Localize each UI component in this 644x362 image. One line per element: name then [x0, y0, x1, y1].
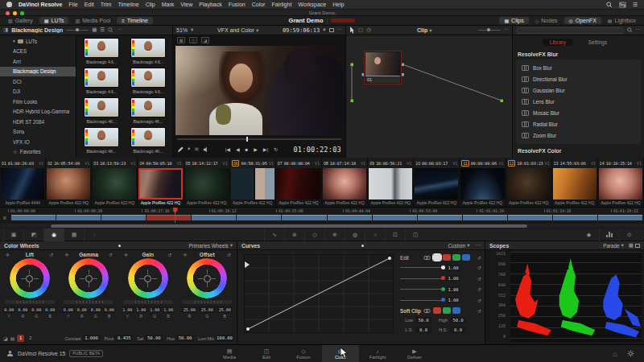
lut-tree-item[interactable]: ▾ ☆ Sony — [0, 127, 76, 138]
panel-drag-dot[interactable] — [118, 245, 121, 247]
lut-tree-item[interactable]: ▾ ☆ DCI — [0, 76, 76, 87]
lut-tree-item[interactable]: ▾ ☆ Favorites — [0, 147, 76, 158]
palette-icon[interactable]: ∿ — [264, 228, 284, 241]
track-segment[interactable] — [192, 215, 236, 220]
curves-mode-select[interactable]: Custom▾··· — [448, 243, 481, 249]
wheel-value[interactable]: 1.00 — [149, 306, 161, 313]
toolbar-toggle-button[interactable]: ▦LUTs — [39, 17, 69, 24]
palette-icon[interactable]: ○ — [365, 228, 385, 241]
openfx-tab[interactable]: Settings — [581, 39, 615, 46]
track-segment[interactable] — [463, 215, 507, 220]
cache-clock-icon[interactable]: ◷ — [366, 27, 371, 33]
palette-icon[interactable]: ◫ — [405, 228, 425, 241]
timeline-clip[interactable]: 09 18:00:56:21 V1 Apple ProRes 422 HQ — [368, 158, 414, 207]
palette-icon[interactable]: ◇ — [304, 228, 324, 241]
search-icon[interactable] — [627, 27, 633, 33]
param-value[interactable]: 0.435 — [115, 335, 133, 342]
image-wipe-icon[interactable]: ▦ — [177, 37, 185, 43]
lut-thumbnail-item[interactable]: Blackmagic 4.6... — [78, 38, 125, 68]
split-screen-icon[interactable]: ◫ — [189, 37, 197, 43]
menu-item[interactable]: Fairlight — [271, 2, 291, 7]
param-value[interactable]: 0.0 — [450, 327, 466, 333]
data-burn-icon[interactable]: ◆ — [579, 228, 599, 241]
timeline-clip[interactable]: 13 14:55:03:06 V1 Apple ProRes 422 HQ — [552, 158, 598, 207]
grid-view-icon[interactable]: ▦ — [92, 27, 97, 33]
thumb-size-slider[interactable] — [66, 30, 89, 31]
slider-handle[interactable] — [441, 276, 445, 280]
wheels-page-1-button[interactable]: 1 — [17, 335, 24, 342]
toolbar-toggle-button[interactable]: ◎OpenFX — [564, 17, 601, 24]
node-zoom-slider[interactable] — [478, 30, 501, 31]
search-icon[interactable] — [606, 2, 613, 8]
param-value[interactable]: 1.000 — [83, 335, 101, 342]
track-segment[interactable] — [373, 215, 417, 220]
timeline-clip[interactable]: 10 00:00:03:17 V1 Apple ProRes 422 HQ — [414, 158, 460, 207]
gear-icon[interactable] — [627, 350, 634, 357]
node-view-mode-select[interactable]: Clip — [417, 27, 427, 33]
app-menu[interactable]: DaVinci Resolve — [19, 2, 62, 7]
lut-thumbnail-item[interactable]: Blackmagic 4.6... — [125, 68, 171, 97]
transport-button[interactable]: ■ — [246, 147, 249, 152]
channel-slider[interactable] — [400, 267, 444, 268]
wheels-mode-select[interactable]: Primaries Wheels▾ — [188, 243, 233, 249]
track-segment[interactable] — [237, 215, 281, 220]
apple-menu-icon[interactable] — [6, 2, 12, 7]
control-center-icon[interactable] — [619, 2, 626, 8]
bypass-grades-icon[interactable]: ▣ — [194, 146, 199, 152]
lut-thumbnail-item[interactable]: Blackmagic 4K... — [78, 97, 125, 127]
effect-list-item[interactable]: Zoom Blur — [516, 130, 641, 141]
wheel-value[interactable]: 1.00 — [122, 306, 134, 313]
node-graph[interactable]: 01 — [346, 35, 513, 158]
toolbar-toggle-button[interactable]: ▥Media Pool — [70, 17, 115, 24]
menu-item[interactable]: Playback — [199, 2, 221, 7]
track-segment[interactable] — [328, 215, 372, 220]
color-grade-pencil-icon[interactable] — [177, 146, 184, 153]
scope-mode-select[interactable]: Parade▾▦ — [603, 243, 640, 249]
slider-handle[interactable] — [441, 265, 445, 269]
track-segment[interactable] — [56, 215, 101, 220]
wheel-value[interactable]: 25.00 — [217, 306, 233, 313]
lut-tree-item[interactable]: ▾ ☆ LUTs — [0, 36, 76, 47]
track-segment[interactable] — [508, 215, 552, 220]
corrector-node[interactable]: 01 — [364, 51, 402, 84]
timeline-ruler[interactable]: 01:00:00:0001:00:08:2001:00:17:1601:00:2… — [8, 208, 644, 213]
effect-list-item[interactable]: Lens Blur — [516, 96, 641, 107]
track-list-icon[interactable]: ≣ — [2, 215, 6, 220]
scrubber-playhead[interactable] — [246, 137, 248, 142]
audio-mute-icon[interactable] — [203, 146, 209, 153]
page-button[interactable]: ◫ Edit — [248, 345, 285, 362]
info-icon[interactable]: ⊙ — [619, 228, 639, 241]
palette-icon[interactable]: ⊛ — [284, 228, 304, 241]
channel-value[interactable]: 1.00 — [446, 275, 460, 282]
channel-value[interactable]: 1.00 — [446, 297, 460, 303]
timeline-clip[interactable]: 08 10:07:14:18 V1 Apple ProRes 422 HQ — [322, 158, 368, 207]
openfx-tab[interactable]: Library — [543, 39, 573, 46]
lut-tree-item[interactable]: ▾ ☆ ACES — [0, 47, 76, 57]
pointer-tool-icon[interactable] — [349, 27, 355, 34]
timeline-clip[interactable]: 07 00:00:00:04 V1 Apple ProRes 422 HQ — [276, 158, 322, 207]
highlight-icon[interactable]: ◪ — [201, 37, 209, 43]
channel-button[interactable] — [443, 307, 451, 314]
wheel-value[interactable]: 1.00 — [163, 306, 175, 313]
effect-list-item[interactable]: Mosaic Blur — [516, 107, 641, 118]
lut-thumbnail-item[interactable]: Blackmagic 4.6... — [125, 38, 171, 68]
wheel-value[interactable]: 0.00 — [103, 306, 115, 313]
keyframe-icon[interactable]: ▤ — [10, 335, 15, 341]
wheel-value[interactable]: 25.00 — [199, 306, 215, 313]
palette-icon[interactable]: ◍ — [345, 228, 365, 241]
effect-list-item[interactable]: Box Blur — [516, 62, 641, 73]
timeline-select[interactable]: VFX and Color — [217, 27, 254, 33]
panel-drag-dot[interactable] — [361, 245, 364, 247]
user-icon[interactable] — [6, 350, 14, 357]
effect-list-item[interactable]: Gaussian Blur — [516, 84, 641, 96]
track-segment[interactable] — [282, 215, 326, 220]
timeline-clip[interactable]: 11 00:00:00:06 V1 Apple ProRes 422 HQ — [460, 158, 506, 207]
lut-tree-item[interactable]: ▾ ☆ Blackmagic Design — [0, 67, 76, 77]
viewer-zoom-select[interactable]: 51% — [176, 27, 188, 33]
timeline-clip[interactable]: 04 09:59:05:10 V1 Apple ProRes 422 HQ — [138, 158, 184, 207]
track-segment[interactable] — [101, 215, 146, 220]
param-value[interactable]: 50.00 — [176, 335, 194, 342]
param-value[interactable]: 50.00 — [145, 335, 163, 342]
track-segment[interactable] — [11, 215, 56, 220]
wheel-value[interactable]: 0.00 — [31, 306, 43, 313]
